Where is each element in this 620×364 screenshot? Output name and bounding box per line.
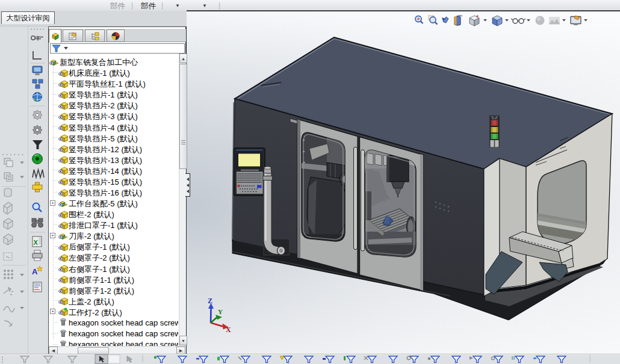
svg-text:A: A (32, 267, 38, 276)
svg-text:Z: Z (208, 297, 212, 305)
svg-text:X: X (34, 239, 39, 246)
svg-text:Y: Y (218, 308, 223, 315)
svg-text:X: X (226, 325, 231, 334)
